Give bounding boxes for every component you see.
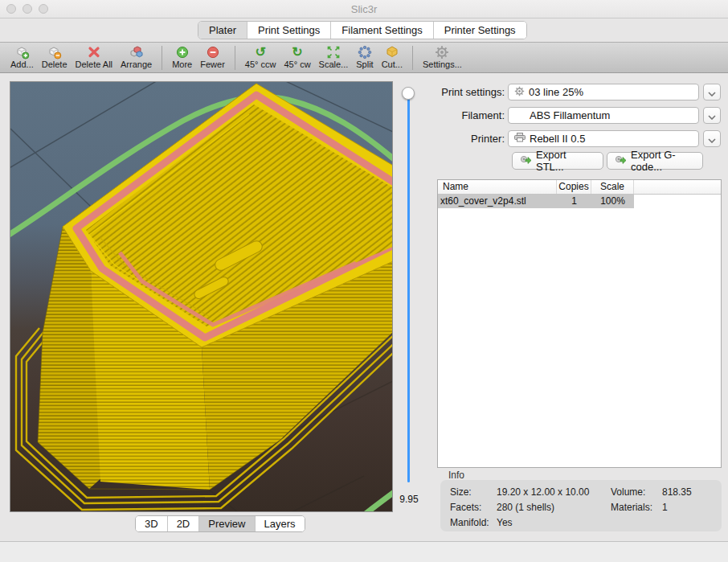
more-button[interactable]: More bbox=[172, 45, 192, 70]
print-settings-value: 03 line 25% bbox=[529, 86, 583, 98]
print-settings-label: Print settings: bbox=[402, 84, 505, 101]
chevron-down-icon bbox=[708, 132, 716, 146]
scale-button[interactable]: Scale... bbox=[319, 45, 349, 70]
manifold-value: Yes bbox=[497, 517, 513, 528]
chevron-down-icon bbox=[708, 109, 716, 123]
split-icon bbox=[358, 45, 372, 59]
rotate-cw-icon: ↻ bbox=[292, 45, 302, 59]
printer-dropdown-button[interactable] bbox=[703, 130, 721, 147]
table-header: Name Copies Scale bbox=[438, 180, 721, 195]
fewer-button[interactable]: Fewer bbox=[200, 45, 225, 70]
view-tab-layers[interactable]: Layers bbox=[256, 516, 305, 531]
filament-label: Filament: bbox=[402, 107, 505, 124]
print-settings-combo[interactable]: 03 line 25% bbox=[508, 84, 699, 101]
window-title: Slic3r bbox=[0, 3, 728, 15]
gear-icon bbox=[514, 86, 525, 99]
object-copies-cell: 1 bbox=[557, 195, 591, 208]
delete-button[interactable]: Delete bbox=[42, 45, 67, 70]
volume-label: Volume: bbox=[611, 486, 645, 498]
arrange-button[interactable]: Arrange bbox=[121, 45, 152, 70]
export-icon bbox=[615, 154, 627, 167]
tab-print-settings[interactable]: Print Settings bbox=[247, 22, 331, 39]
facets-label: Facets: bbox=[450, 502, 481, 513]
scale-icon bbox=[326, 45, 341, 59]
column-header-scale[interactable]: Scale bbox=[591, 180, 634, 194]
toolbar-separator bbox=[412, 46, 413, 70]
toolbar: Add... Delete Delete All Arrange bbox=[0, 42, 728, 73]
toolbar-separator bbox=[162, 46, 162, 70]
cut-button[interactable]: Cut... bbox=[382, 45, 403, 70]
print-settings-dropdown-button[interactable] bbox=[703, 84, 721, 101]
tab-printer-settings[interactable]: Printer Settings bbox=[434, 22, 526, 39]
filament-value: ABS Fillamentum bbox=[530, 109, 610, 121]
view-mode-tabs: 3D 2D Preview Layers bbox=[135, 515, 305, 532]
add-box-icon bbox=[14, 45, 30, 59]
column-header-copies[interactable]: Copies bbox=[557, 180, 591, 194]
view-tab-preview[interactable]: Preview bbox=[199, 516, 255, 531]
export-icon bbox=[520, 154, 532, 167]
arrange-icon bbox=[129, 45, 144, 59]
add-button[interactable]: Add... bbox=[10, 45, 34, 70]
layer-slider-track[interactable] bbox=[407, 94, 410, 482]
view-tab-2d[interactable]: 2D bbox=[168, 516, 200, 531]
filament-combo[interactable]: ABS Fillamentum bbox=[508, 107, 699, 124]
size-value: 19.20 x 12.00 x 10.00 bbox=[497, 486, 589, 498]
layer-preview-scene bbox=[10, 82, 392, 511]
volume-value: 818.35 bbox=[662, 486, 692, 498]
split-button[interactable]: Split bbox=[356, 45, 373, 70]
object-list-table: Name Copies Scale xt60_cover_v2p4.stl 1 … bbox=[437, 179, 722, 468]
rotate-ccw-icon: ↺ bbox=[255, 45, 265, 59]
table-row[interactable]: xt60_cover_v2p4.stl 1 100% bbox=[438, 195, 721, 208]
empty-cell bbox=[634, 195, 721, 208]
export-stl-button[interactable]: Export STL... bbox=[512, 152, 603, 170]
fewer-icon bbox=[206, 45, 220, 59]
info-box: Size: 19.20 x 12.00 x 10.00 Volume: 818.… bbox=[440, 480, 722, 531]
printer-combo[interactable]: Rebell II 0.5 bbox=[508, 130, 699, 147]
column-header-name[interactable]: Name bbox=[438, 180, 557, 194]
main-tab-bar: Plater Print Settings Filament Settings … bbox=[198, 21, 527, 39]
printer-label: Printer: bbox=[402, 130, 505, 147]
view-tab-3d[interactable]: 3D bbox=[136, 516, 168, 531]
tab-filament-settings[interactable]: Filament Settings bbox=[331, 22, 433, 39]
info-section-title: Info bbox=[448, 470, 464, 481]
toolbar-separator bbox=[235, 46, 235, 70]
titlebar: Slic3r bbox=[0, 0, 728, 18]
settings-button[interactable]: Settings... bbox=[423, 45, 462, 70]
settings-gear-icon bbox=[435, 45, 449, 59]
printer-value: Rebell II 0.5 bbox=[530, 133, 585, 145]
size-label: Size: bbox=[450, 486, 472, 498]
printer-icon bbox=[514, 133, 526, 145]
export-gcode-button[interactable]: Export G-code... bbox=[607, 152, 703, 170]
window-bottom-bar bbox=[0, 541, 728, 562]
chevron-down-icon bbox=[708, 85, 716, 100]
facets-value: 280 (1 shells) bbox=[497, 502, 554, 513]
column-header-empty bbox=[634, 180, 721, 194]
rotate-cw-button[interactable]: ↻ 45° cw bbox=[284, 45, 310, 70]
layer-height-value: 9.95 bbox=[392, 494, 426, 505]
delete-all-button[interactable]: Delete All bbox=[76, 45, 112, 70]
filament-dropdown-button[interactable] bbox=[703, 107, 721, 124]
cut-icon bbox=[385, 45, 399, 59]
delete-box-icon bbox=[47, 45, 62, 59]
object-name-cell: xt60_cover_v2p4.stl bbox=[438, 195, 557, 208]
manifold-label: Manifold: bbox=[450, 517, 489, 528]
tab-plater[interactable]: Plater bbox=[198, 22, 247, 39]
materials-value: 1 bbox=[662, 502, 668, 513]
rotate-ccw-button[interactable]: ↺ 45° ccw bbox=[245, 45, 276, 70]
delete-all-icon bbox=[87, 45, 101, 59]
object-scale-cell: 100% bbox=[591, 195, 634, 208]
plater-3d-view[interactable] bbox=[10, 81, 393, 512]
materials-label: Materials: bbox=[611, 502, 652, 513]
more-icon bbox=[175, 45, 190, 59]
